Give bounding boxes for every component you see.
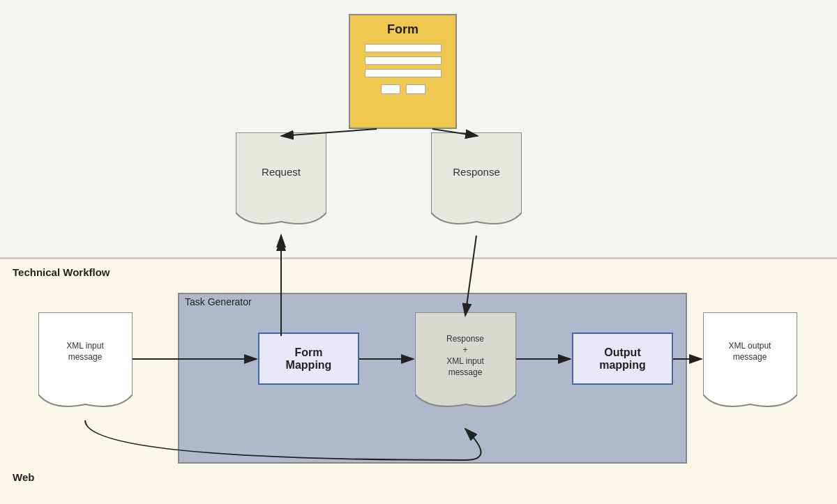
response-xml-doc-shape: Response + XML input message [415,312,516,420]
svg-text:XML output: XML output [729,341,772,351]
xml-output-doc-shape: XML output message [703,312,797,420]
response-doc-shape: Response [431,132,522,236]
xml-input-doc-shape: XML input message [38,312,133,420]
svg-text:XML input: XML input [446,356,484,366]
svg-text:+: + [462,345,467,355]
tech-label: Technical Workflow [13,266,110,278]
form-line-2 [365,56,442,65]
web-label: Web [13,471,34,483]
svg-text:message: message [448,367,483,377]
svg-text:Response: Response [453,166,500,178]
form-mapping-label: FormMapping [286,346,332,372]
xml-input-doc-wrapper: XML input message [38,312,133,420]
svg-text:Request: Request [262,166,301,178]
request-doc-shape: Request [236,132,326,236]
form-btn-2 [406,84,425,94]
svg-text:message: message [68,352,103,362]
xml-output-doc-wrapper: XML output message [703,312,797,420]
output-mapping-button[interactable]: Outputmapping [572,333,673,385]
task-generator-label: Task Generator [185,296,252,307]
request-doc-wrapper: Request [236,132,326,236]
output-mapping-label: Outputmapping [599,346,646,372]
form-buttons [381,84,425,94]
svg-text:Response: Response [446,334,484,344]
response-xml-doc-wrapper: Response + XML input message [415,312,516,420]
form-line-3 [365,69,442,77]
svg-text:message: message [733,352,767,362]
form-line-1 [365,44,442,52]
section-divider [0,258,837,259]
form-btn-1 [381,84,400,94]
form-title: Form [387,22,418,37]
svg-text:XML input: XML input [66,341,104,351]
form-mapping-button[interactable]: FormMapping [258,333,359,385]
form-box: Form [349,14,457,129]
response-doc-wrapper: Response [431,132,522,236]
